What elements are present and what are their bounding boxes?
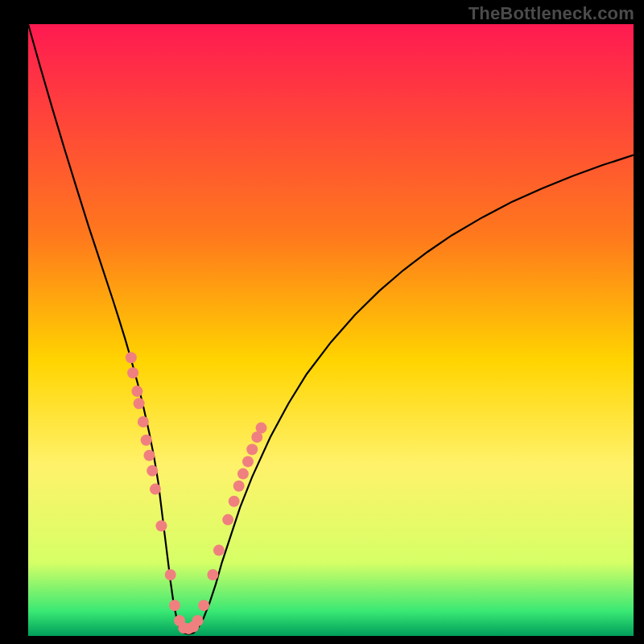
data-marker	[169, 600, 180, 611]
data-marker	[237, 469, 249, 480]
data-marker	[127, 367, 138, 378]
data-marker	[147, 465, 158, 477]
data-marker	[134, 398, 145, 409]
data-marker	[141, 435, 152, 446]
chart-plot-area	[28, 24, 634, 636]
data-marker	[138, 416, 149, 427]
data-marker	[213, 545, 225, 556]
data-marker	[229, 496, 240, 507]
data-marker	[165, 569, 176, 580]
data-marker	[192, 615, 204, 626]
data-marker	[143, 450, 155, 461]
data-marker	[207, 569, 218, 580]
data-marker	[155, 520, 167, 531]
data-marker	[126, 352, 137, 363]
data-marker	[131, 386, 142, 397]
data-marker	[256, 423, 267, 434]
data-marker	[246, 444, 258, 455]
chart-svg	[28, 24, 634, 636]
data-marker	[233, 481, 245, 492]
watermark-label: TheBottleneck.com	[469, 3, 634, 24]
data-marker	[150, 484, 161, 495]
data-marker	[242, 456, 254, 467]
data-marker	[222, 514, 233, 526]
data-marker	[198, 600, 209, 611]
chart-background	[28, 24, 634, 636]
chart-frame: TheBottleneck.com	[0, 0, 644, 644]
